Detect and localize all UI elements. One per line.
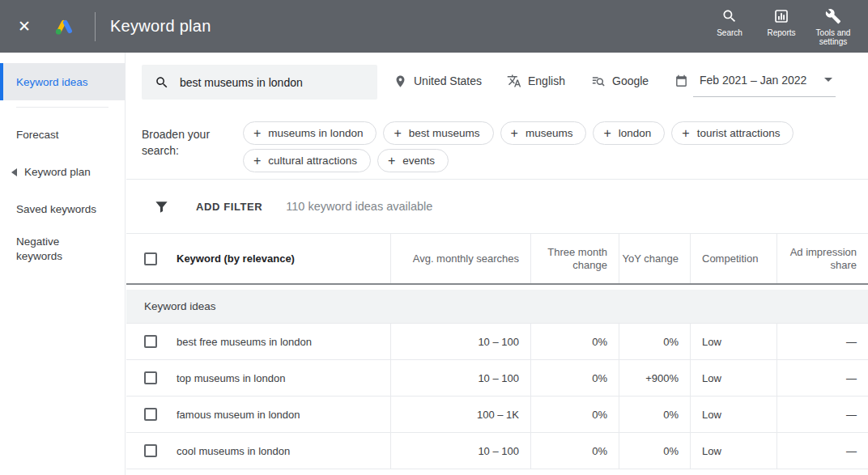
reports-icon	[773, 8, 789, 24]
chip-london[interactable]: + london	[593, 121, 665, 145]
language-value: English	[528, 74, 565, 87]
sidebar: Keyword ideas Forecast Keyword plan Save…	[0, 53, 126, 475]
add-filter-button[interactable]: ADD FILTER	[196, 201, 262, 213]
keyword-ideas-table: Keyword (by relevance) Avg. monthly sear…	[126, 233, 868, 469]
competition-cell: Low	[690, 397, 777, 432]
sidebar-item-keyword-ideas[interactable]: Keyword ideas	[0, 63, 125, 100]
select-all-checkbox[interactable]	[144, 252, 157, 265]
chip-museums[interactable]: + museums	[500, 121, 587, 145]
network-selector[interactable]: Google	[591, 53, 649, 109]
google-ads-logo-icon	[53, 17, 75, 36]
three-month-change-cell: 0%	[530, 324, 619, 359]
plus-icon: +	[253, 154, 261, 168]
sidebar-item-label: Forecast	[16, 129, 59, 141]
chevron-down-icon	[824, 78, 832, 82]
broaden-search-label: Broaden your search:	[142, 126, 219, 179]
wrench-icon	[825, 8, 841, 24]
yoy-change-cell: 0%	[619, 433, 690, 469]
chip-cultural-attractions[interactable]: + cultural attractions	[243, 149, 371, 172]
table-row[interactable]: famous museum in london 100 – 1K 0% 0% L…	[126, 397, 868, 433]
reports-action-button[interactable]: Reports	[756, 6, 806, 37]
yoy-change-cell: 0%	[619, 324, 690, 359]
plus-icon: +	[511, 126, 518, 141]
col-three-month-change[interactable]: Three month change	[530, 234, 619, 283]
plus-icon: +	[253, 126, 261, 141]
tools-settings-action-button[interactable]: Tools and settings	[808, 6, 858, 46]
ad-impression-share-cell: —	[777, 433, 868, 469]
chip-label: cultural attractions	[268, 155, 357, 167]
topbar: ✕ Keyword plan Search	[0, 0, 868, 53]
topbar-divider	[95, 12, 96, 41]
chip-label: museums in london	[268, 127, 363, 139]
main-content: United States English	[126, 53, 868, 475]
sidebar-item-keyword-plan[interactable]: Keyword plan	[0, 162, 125, 182]
avg-searches-cell: 10 – 100	[390, 324, 530, 359]
filter-funnel-icon[interactable]	[154, 199, 169, 214]
table-row[interactable]: top museums in london 10 – 100 0% +900% …	[126, 360, 868, 397]
chip-label: museums	[525, 127, 573, 139]
plus-icon: +	[388, 154, 395, 168]
row-checkbox[interactable]	[144, 444, 157, 457]
network-value: Google	[612, 74, 649, 87]
search-action-button[interactable]: Search	[704, 6, 755, 37]
chip-museums-in-london[interactable]: + museums in london	[243, 121, 377, 145]
three-month-change-cell: 0%	[530, 360, 619, 396]
sidebar-item-forecast[interactable]: Forecast	[0, 125, 125, 145]
col-yoy-change[interactable]: YoY change	[619, 234, 690, 283]
chip-events[interactable]: + events	[377, 149, 449, 172]
avg-searches-cell: 100 – 1K	[390, 397, 530, 432]
yoy-change-cell: 0%	[619, 397, 690, 432]
sidebar-item-label: Saved keywords	[16, 203, 96, 215]
date-range-value: Feb 2021 – Jan 2022	[700, 74, 806, 87]
col-avg-monthly-searches[interactable]: Avg. monthly searches	[390, 234, 530, 283]
col-ad-impression-share[interactable]: Ad impression share	[777, 234, 868, 283]
yoy-change-cell: +900%	[619, 360, 690, 396]
sidebar-divider	[16, 107, 108, 108]
row-checkbox[interactable]	[144, 371, 157, 384]
col-keyword[interactable]: Keyword (by relevance)	[170, 234, 390, 283]
location-selector[interactable]: United States	[394, 53, 482, 109]
plus-icon: +	[603, 126, 611, 141]
three-month-change-cell: 0%	[530, 433, 619, 469]
sidebar-item-saved-keywords[interactable]: Saved keywords	[0, 199, 125, 219]
date-range-selector[interactable]: Feb 2021 – Jan 2022	[674, 53, 836, 109]
avg-searches-cell: 10 – 100	[390, 433, 530, 469]
keyword-search-box[interactable]	[142, 65, 377, 100]
keyword-cell: top museums in london	[170, 360, 390, 396]
three-month-change-cell: 0%	[530, 397, 619, 432]
row-checkbox[interactable]	[144, 408, 157, 421]
sidebar-item-label: Keyword plan	[24, 166, 91, 178]
sidebar-item-negative-keywords[interactable]: Negative keywords	[0, 235, 125, 264]
suggestion-chips: + museums in london + best museums + mus…	[243, 117, 842, 179]
calendar-icon	[674, 74, 688, 88]
broaden-search-section: Broaden your search: + museums in london…	[126, 109, 868, 180]
keyword-search-input[interactable]	[180, 76, 366, 89]
chip-best-museums[interactable]: + best museums	[383, 121, 493, 145]
avg-searches-cell: 10 – 100	[390, 360, 530, 396]
section-header-keyword-ideas: Keyword ideas	[126, 290, 868, 324]
competition-cell: Low	[690, 324, 777, 359]
language-selector[interactable]: English	[507, 53, 565, 109]
row-checkbox[interactable]	[144, 335, 157, 348]
close-icon[interactable]: ✕	[18, 19, 31, 34]
keyword-ideas-count: 110 keyword ideas available	[286, 200, 432, 213]
ad-impression-share-cell: —	[777, 360, 868, 396]
location-pin-icon	[394, 74, 407, 88]
plus-icon: +	[394, 126, 401, 141]
date-range-field[interactable]: Feb 2021 – Jan 2022	[693, 65, 836, 97]
header-checkbox-cell	[126, 234, 170, 283]
keyword-cell: best free museums in london	[170, 324, 390, 359]
col-competition[interactable]: Competition	[690, 234, 777, 283]
reports-action-label: Reports	[767, 28, 795, 37]
ad-impression-share-cell: —	[777, 324, 868, 359]
chip-tourist-attractions[interactable]: + tourist attractions	[671, 121, 794, 145]
back-arrow-icon	[11, 168, 17, 176]
table-row[interactable]: best free museums in london 10 – 100 0% …	[126, 324, 868, 360]
chip-label: london	[619, 127, 652, 139]
table-row[interactable]: cool museums in london 10 – 100 0% 0% Lo…	[126, 433, 868, 469]
competition-cell: Low	[690, 360, 777, 396]
filter-bar: ADD FILTER 110 keyword ideas available	[126, 180, 868, 233]
search-icon	[721, 8, 738, 24]
search-action-label: Search	[717, 28, 742, 37]
sidebar-item-label: Negative keywords	[16, 235, 105, 264]
